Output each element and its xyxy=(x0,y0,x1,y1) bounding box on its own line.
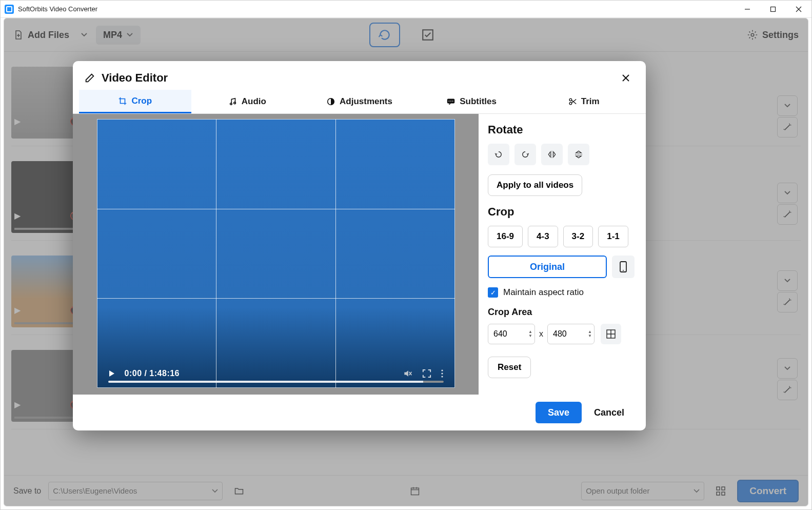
flip-horizontal-button[interactable] xyxy=(541,144,563,165)
grid-line xyxy=(97,209,455,209)
more-icon[interactable] xyxy=(441,369,444,378)
subtitles-icon xyxy=(446,97,455,106)
titlebar: SoftOrbits Video Converter xyxy=(1,1,811,18)
grid-line xyxy=(216,119,216,388)
ratio-label: 3-2 xyxy=(572,231,585,241)
ratio-1-1-button[interactable]: 1-1 xyxy=(598,226,628,247)
tab-trim-label: Trim xyxy=(581,96,600,107)
crop-height-value: 480 xyxy=(553,329,567,339)
cancel-button[interactable]: Cancel xyxy=(594,407,624,418)
app-title: SoftOrbits Video Converter xyxy=(18,5,97,13)
crop-height-input[interactable]: 480 ▲▼ xyxy=(547,324,595,344)
video-editor-modal: Video Editor Crop Audio Adjustments xyxy=(73,61,646,430)
tab-trim[interactable]: Trim xyxy=(527,90,640,113)
reset-label: Reset xyxy=(498,362,521,372)
ratio-4-3-button[interactable]: 4-3 xyxy=(528,226,558,247)
tab-crop[interactable]: Crop xyxy=(79,90,191,113)
crop-heading: Crop xyxy=(488,205,635,219)
player-progress[interactable] xyxy=(108,381,444,383)
crop-area-heading: Crop Area xyxy=(488,307,635,318)
tab-crop-label: Crop xyxy=(131,96,152,106)
rotate-ccw-button[interactable] xyxy=(488,144,509,165)
player-time: 0:00 / 1:48:16 xyxy=(125,369,180,378)
tab-audio-label: Audio xyxy=(242,96,266,107)
flip-vertical-button[interactable] xyxy=(568,144,589,165)
window-controls xyxy=(735,1,811,18)
svg-point-23 xyxy=(449,101,450,102)
crop-side-panel: Rotate Apply to all videos Crop 16-9 4-3 xyxy=(479,114,646,395)
tab-adjustments-label: Adjustments xyxy=(340,96,392,107)
save-button[interactable]: Save xyxy=(536,402,582,423)
svg-point-25 xyxy=(452,101,453,102)
maintain-aspect-label: Maintain aspect ratio xyxy=(503,287,584,298)
ratio-buttons: 16-9 4-3 3-2 1-1 xyxy=(488,226,635,247)
crop-width-input[interactable]: 640 ▲▼ xyxy=(488,324,535,344)
svg-point-30 xyxy=(441,369,443,371)
play-button[interactable] xyxy=(108,370,115,377)
apply-all-button[interactable]: Apply to all videos xyxy=(488,174,582,196)
modal-tabs: Crop Audio Adjustments Subtitles Trim xyxy=(73,90,646,114)
ratio-label: 16-9 xyxy=(497,231,514,241)
crop-canvas[interactable]: 0:00 / 1:48:16 xyxy=(97,119,455,388)
svg-point-32 xyxy=(441,376,443,377)
svg-point-19 xyxy=(230,103,232,105)
close-button[interactable] xyxy=(786,1,811,18)
trim-icon xyxy=(568,97,577,106)
player-controls: 0:00 / 1:48:16 xyxy=(97,359,455,388)
original-button[interactable]: Original xyxy=(488,256,607,278)
apply-all-label: Apply to all videos xyxy=(497,180,573,190)
cancel-label: Cancel xyxy=(594,407,624,418)
app-icon xyxy=(5,5,14,14)
spinner-icon[interactable]: ▲▼ xyxy=(528,330,532,338)
audio-icon xyxy=(228,97,237,106)
svg-point-31 xyxy=(441,372,443,374)
rotate-cw-button[interactable] xyxy=(514,144,536,165)
main-area: Add Files MP4 Set xyxy=(4,18,808,506)
ratio-3-2-button[interactable]: 3-2 xyxy=(563,226,593,247)
edit-icon xyxy=(84,72,95,84)
crop-width-value: 640 xyxy=(493,329,507,339)
crop-icon xyxy=(118,96,127,106)
original-row: Original xyxy=(488,256,635,278)
ratio-label: 1-1 xyxy=(607,231,620,241)
modal-title: Video Editor xyxy=(84,71,168,85)
ratio-label: 4-3 xyxy=(537,231,549,241)
grid-line xyxy=(97,298,455,299)
preview-pane: 0:00 / 1:48:16 xyxy=(73,114,479,395)
modal-header: Video Editor xyxy=(73,61,646,90)
svg-point-36 xyxy=(623,270,624,271)
tab-adjustments[interactable]: Adjustments xyxy=(303,90,415,113)
svg-point-20 xyxy=(234,102,236,104)
app-window: SoftOrbits Video Converter Add Files xyxy=(0,0,812,510)
tab-audio[interactable]: Audio xyxy=(191,90,304,113)
tab-subtitles-label: Subtitles xyxy=(460,96,497,107)
rotate-buttons xyxy=(488,144,635,165)
crop-dimensions: 640 ▲▼ x 480 ▲▼ xyxy=(488,324,635,344)
ratio-16-9-button[interactable]: 16-9 xyxy=(488,226,523,247)
modal-body: 0:00 / 1:48:16 xyxy=(73,114,646,395)
grid-line xyxy=(335,119,336,388)
adjustments-icon xyxy=(326,97,335,106)
maximize-button[interactable] xyxy=(760,1,786,18)
tab-subtitles[interactable]: Subtitles xyxy=(415,90,528,113)
svg-rect-1 xyxy=(771,7,776,11)
original-label: Original xyxy=(530,262,565,272)
modal-title-text: Video Editor xyxy=(102,71,168,85)
rotate-heading: Rotate xyxy=(488,123,635,136)
titlebar-left: SoftOrbits Video Converter xyxy=(5,5,97,14)
maintain-aspect-checkbox[interactable]: ✓ xyxy=(488,287,498,298)
svg-point-24 xyxy=(450,101,451,102)
save-label: Save xyxy=(548,407,569,418)
dimension-separator: x xyxy=(539,329,543,339)
minimize-button[interactable] xyxy=(735,1,760,18)
modal-footer: Save Cancel xyxy=(73,395,646,430)
mute-icon[interactable] xyxy=(403,368,413,379)
maintain-aspect-row[interactable]: ✓ Maintain aspect ratio xyxy=(488,287,635,298)
reset-button[interactable]: Reset xyxy=(488,357,531,378)
modal-close-button[interactable] xyxy=(618,70,633,86)
spinner-icon[interactable]: ▲▼ xyxy=(588,330,592,338)
device-preset-button[interactable] xyxy=(612,256,635,278)
fullscreen-icon[interactable] xyxy=(422,369,431,378)
grid-toggle-button[interactable] xyxy=(601,324,621,344)
